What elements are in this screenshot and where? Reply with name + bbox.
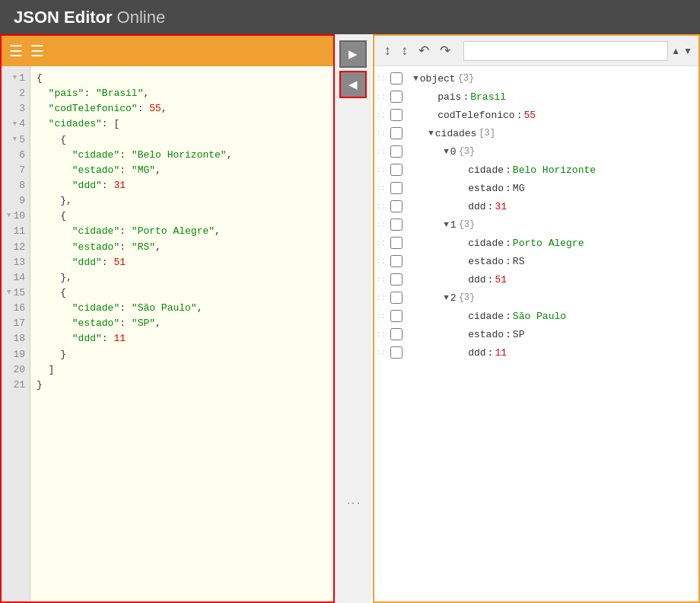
tree-value: 51 — [495, 274, 507, 286]
tree-row[interactable]: ::cidade : Porto Alegre — [374, 234, 698, 252]
tree-row[interactable]: ::estado : RS — [374, 252, 698, 270]
tree-key: object — [420, 73, 456, 85]
tree-toggle[interactable]: ▼ — [413, 74, 418, 83]
tree-row[interactable]: ::estado : MG — [374, 179, 698, 197]
help-btn[interactable] — [667, 0, 700, 34]
drag-handle: :: — [376, 311, 386, 321]
code-line: ] — [37, 362, 327, 378]
expand-all-btn[interactable]: ↕ — [380, 42, 395, 60]
code-line: }, — [37, 270, 327, 286]
drag-handle: :: — [376, 293, 386, 302]
search-input[interactable] — [463, 41, 668, 61]
tree-toggle[interactable]: ▼ — [444, 293, 449, 302]
tree-toggle[interactable]: ▼ — [444, 147, 449, 156]
tree-value: São Paulo — [513, 311, 566, 322]
drag-handle: :: — [376, 165, 386, 174]
code-line: "estado": "RS", — [37, 240, 327, 255]
tree-checkbox[interactable] — [390, 346, 402, 359]
logo: JSON Editor Online — [0, 0, 179, 34]
tree-checkbox[interactable] — [390, 292, 402, 304]
tree-value: 55 — [523, 110, 536, 121]
tree-checkbox[interactable] — [390, 164, 402, 176]
expand-right-btn[interactable]: ▶ — [339, 40, 367, 68]
search-up-btn[interactable]: ▲ — [671, 46, 680, 56]
editor-area: ▼123▼4▼56789▼1011121314▼15161718192021 {… — [2, 66, 333, 601]
code-line: "cidade": "Porto Alegre", — [37, 224, 327, 239]
line-number-4: ▼4 — [2, 116, 30, 132]
tree-row[interactable]: ::ddd : 51 — [374, 270, 698, 289]
tree-key: ddd — [468, 274, 485, 286]
tree-checkbox[interactable] — [390, 72, 402, 85]
line-number-10: ▼10 — [2, 209, 30, 224]
tree-checkbox[interactable] — [390, 91, 402, 103]
tree-toggle[interactable]: ▼ — [428, 129, 434, 138]
tree-row[interactable]: ::ddd : 11 — [374, 343, 698, 362]
code-line: "estado": "MG", — [37, 163, 327, 178]
line-number-5: ▼5 — [2, 132, 30, 148]
tree-key: ddd — [468, 347, 485, 359]
line-number-15: ▼15 — [2, 286, 30, 301]
line-number-13: 13 — [2, 255, 30, 270]
tree-row[interactable]: ::▼ object {3} — [374, 69, 698, 88]
line-number-6: 6 — [2, 148, 30, 163]
tree-checkbox[interactable] — [390, 219, 402, 231]
tree-key: cidades — [435, 128, 477, 139]
tree-checkbox[interactable] — [390, 328, 402, 340]
tree-meta: {3} — [459, 292, 476, 303]
logo-bold: JSON Editor — [14, 8, 113, 27]
new-btn[interactable] — [566, 0, 600, 34]
splitter: ▶ ◀ ⋮ — [335, 34, 371, 603]
logo-light: Online — [117, 8, 166, 27]
tree-key: codTelefonico — [438, 110, 514, 121]
tree-row[interactable]: ::pais : Brasil — [374, 88, 698, 106]
tree-checkbox[interactable] — [390, 310, 402, 322]
tree-checkbox[interactable] — [390, 255, 402, 267]
tree-row[interactable]: ::▼ 1 {3} — [374, 215, 698, 234]
tree-key: estado — [468, 329, 504, 340]
tree-value: MG — [513, 183, 525, 194]
tree-checkbox[interactable] — [390, 237, 402, 249]
tree-row[interactable]: ::codTelefonico : 55 — [374, 106, 698, 124]
tree-value: 11 — [495, 347, 507, 359]
code-line: "cidades": [ — [37, 116, 327, 132]
line-number-11: 11 — [2, 224, 30, 239]
compact-icon[interactable]: ☰ — [30, 42, 44, 61]
tree-key: 1 — [450, 219, 457, 231]
tree-checkbox[interactable] — [390, 273, 402, 286]
tree-row[interactable]: ::cidade : Belo Horizonte — [374, 161, 698, 179]
tree-meta: {3} — [459, 146, 476, 157]
tree-checkbox[interactable] — [390, 200, 402, 212]
expand-left-btn[interactable]: ◀ — [339, 71, 367, 98]
line-number-8: 8 — [2, 178, 30, 193]
undo-btn[interactable]: ↶ — [415, 41, 433, 60]
collapse-all-btn[interactable]: ↕ — [398, 42, 412, 60]
tree-row[interactable]: ::▼ 2 {3} — [374, 289, 698, 307]
tree-key: 2 — [450, 292, 457, 304]
tree-row[interactable]: ::▼ 0 {3} — [374, 142, 698, 161]
tree-checkbox[interactable] — [390, 145, 402, 158]
tree-value: 31 — [495, 201, 507, 212]
search-down-btn[interactable]: ▼ — [683, 46, 692, 56]
line-number-7: 7 — [2, 163, 30, 178]
tree-key: cidade — [468, 311, 504, 322]
tree-row[interactable]: ::ddd : 31 — [374, 197, 698, 215]
open-btn[interactable] — [600, 0, 633, 34]
save-btn[interactable] — [633, 0, 667, 34]
line-number-21: 21 — [2, 378, 30, 393]
code-line: } — [37, 347, 327, 362]
tree-checkbox[interactable] — [390, 182, 402, 194]
tree-row[interactable]: ::▼ cidades [3] — [374, 124, 698, 142]
tree-value: SP — [513, 329, 525, 340]
tree-value: Belo Horizonte — [513, 164, 596, 176]
tree-key: cidade — [468, 164, 504, 176]
tree-toggle[interactable]: ▼ — [444, 220, 449, 229]
code-content[interactable]: { "pais": "Brasil", "codTelefonico": 55,… — [30, 66, 333, 601]
line-number-9: 9 — [2, 193, 30, 209]
tree-checkbox[interactable] — [390, 109, 402, 121]
format-icon[interactable]: ☰ — [9, 42, 23, 61]
tree-row[interactable]: ::cidade : São Paulo — [374, 307, 698, 325]
tree-row[interactable]: ::estado : SP — [374, 325, 698, 343]
redo-btn[interactable]: ↷ — [436, 41, 454, 60]
line-number-18: 18 — [2, 331, 30, 346]
tree-checkbox[interactable] — [390, 127, 402, 139]
